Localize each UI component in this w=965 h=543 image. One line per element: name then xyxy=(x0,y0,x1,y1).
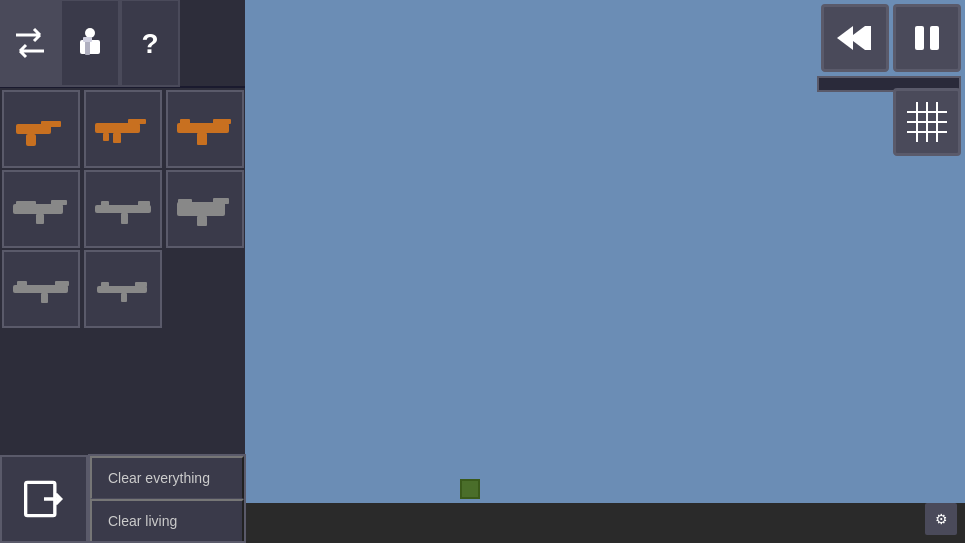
weapon-cell-pistol[interactable] xyxy=(2,90,80,168)
toolbar: ? xyxy=(0,0,245,88)
svg-rect-37 xyxy=(865,26,871,50)
svg-text:⚙: ⚙ xyxy=(935,511,948,527)
top-right-controls xyxy=(817,4,961,92)
clear-living-button[interactable]: Clear living xyxy=(90,499,244,541)
weapon-grid xyxy=(0,88,245,330)
ground xyxy=(245,503,965,543)
weapon-cell-sniper[interactable] xyxy=(84,170,162,248)
svg-rect-22 xyxy=(101,201,109,206)
svg-rect-14 xyxy=(180,119,190,124)
rewind-button[interactable] xyxy=(821,4,889,72)
swap-button[interactable] xyxy=(0,0,60,87)
playback-controls xyxy=(821,4,961,72)
svg-rect-34 xyxy=(101,282,109,287)
action-button[interactable] xyxy=(0,455,88,543)
svg-rect-3 xyxy=(83,37,92,42)
svg-rect-31 xyxy=(41,293,48,303)
svg-rect-7 xyxy=(26,134,36,146)
svg-rect-15 xyxy=(197,133,207,145)
svg-rect-39 xyxy=(930,26,939,50)
svg-rect-11 xyxy=(103,133,109,141)
svg-rect-6 xyxy=(41,121,61,127)
player-entity xyxy=(460,479,480,499)
weapon-cell-mg[interactable] xyxy=(2,170,80,248)
pause-button[interactable] xyxy=(893,4,961,72)
weapon-cell-smg[interactable] xyxy=(84,90,162,168)
help-button[interactable]: ? xyxy=(120,0,180,87)
weapon-cell-rifle[interactable] xyxy=(2,250,80,328)
context-menu: Clear everything Clear living xyxy=(88,454,246,543)
svg-rect-26 xyxy=(178,199,192,205)
sidebar: ? xyxy=(0,0,245,543)
clear-everything-button[interactable]: Clear everything xyxy=(90,456,244,499)
svg-rect-21 xyxy=(138,201,150,206)
svg-rect-10 xyxy=(113,133,121,143)
svg-rect-33 xyxy=(135,282,147,287)
svg-text:?: ? xyxy=(141,28,158,59)
svg-rect-20 xyxy=(95,205,151,213)
svg-rect-32 xyxy=(97,286,147,293)
player-button[interactable] xyxy=(60,0,120,87)
weapon-cell-ar[interactable] xyxy=(166,90,244,168)
svg-rect-19 xyxy=(36,214,44,224)
svg-rect-29 xyxy=(55,281,69,286)
svg-rect-28 xyxy=(13,285,68,293)
svg-rect-12 xyxy=(177,123,229,133)
svg-rect-17 xyxy=(51,200,67,205)
svg-rect-23 xyxy=(121,213,128,224)
svg-rect-38 xyxy=(915,26,924,50)
bottom-right-icon[interactable]: ⚙ xyxy=(925,503,957,535)
svg-rect-9 xyxy=(128,119,146,124)
svg-rect-30 xyxy=(17,281,27,286)
svg-point-0 xyxy=(85,28,95,38)
svg-rect-25 xyxy=(213,198,229,204)
svg-rect-18 xyxy=(16,201,36,206)
svg-rect-8 xyxy=(95,123,140,133)
svg-rect-13 xyxy=(213,119,231,124)
svg-rect-35 xyxy=(121,293,127,302)
weapon-cell-heavy[interactable] xyxy=(166,170,244,248)
weapon-cell-carbine[interactable] xyxy=(84,250,162,328)
grid-toggle-button[interactable] xyxy=(893,88,961,156)
svg-rect-27 xyxy=(197,216,207,226)
